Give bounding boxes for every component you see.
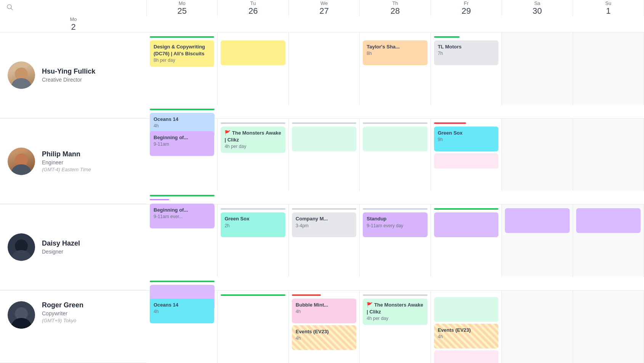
header-day-su1: Su 1 — [573, 0, 644, 16]
cell-daisy-su1 — [573, 204, 644, 277]
event-hsu-tlmotors[interactable]: TL Motors 7h — [434, 40, 498, 65]
event-roger-pink-fr[interactable] — [434, 350, 498, 363]
person-details-roger: Roger Green Copywriter (GMT+9) Tokyo — [42, 301, 83, 323]
cell-hsu-we27 — [289, 32, 360, 105]
avail-bar-green-short — [434, 36, 460, 38]
cell-hsu-fr29: TL Motors 7h — [431, 32, 502, 105]
header-day-mo25: Mo 25 — [147, 0, 218, 16]
cell-philip-su1 — [573, 119, 644, 191]
event-hsu-dc76[interactable]: Design & Copywriting (DC76) | Ali's Bisc… — [150, 40, 214, 67]
avail-bar-green2 — [150, 109, 215, 110]
grid-row-daisy: Green Sox 2h Company M... 3-4pm — [147, 204, 644, 290]
avail-bar-p-green2 — [150, 195, 215, 196]
prefix-bar-purple2 — [150, 199, 169, 200]
cell-daisy-we27: Company M... 3-4pm — [289, 204, 360, 277]
header-day-th28: Th 28 — [360, 0, 431, 16]
avail-bar-r-red — [292, 294, 321, 296]
person-details-hsu: Hsu-Ying Fullick Creative Director — [42, 67, 95, 83]
cell-philip-fr29: Green Sox 9h — [431, 119, 502, 191]
avail-bar-d-gray — [221, 208, 285, 210]
avail-bar-p-gray3 — [363, 122, 427, 124]
event-daisy-companym[interactable]: Company M... 3-4pm — [292, 212, 356, 237]
header-day-mo2: Mo 2 — [0, 16, 147, 32]
header-day-tu26: Tu 26 — [218, 0, 288, 16]
avail-bar-none3 — [363, 36, 427, 38]
avail-bar-d-green2 — [434, 208, 498, 210]
avail-bar-d-green3 — [150, 281, 215, 282]
event-hsu-taylors[interactable]: Taylor's Sha... 8h — [363, 40, 427, 65]
event-philip-beginning[interactable]: Beginning of... 9-11am — [150, 131, 214, 156]
person-row-hsu: Hsu-Ying Fullick Creative Director Desig… — [0, 32, 644, 119]
avail-bar-d-gray3 — [363, 208, 427, 210]
event-philip-beginning2[interactable]: Beginning of... 9-11am ever... — [150, 204, 215, 228]
person-info-daisy: Daisy Hazel Designer — [0, 204, 147, 290]
cell-roger-th28: 🚩 The Monsters Awake | Clikz 4h per day — [360, 291, 431, 363]
event-philip-monsters-cont[interactable] — [292, 127, 356, 151]
cell-roger-su1 — [573, 291, 644, 363]
event-daisy-standup-cont[interactable] — [434, 212, 498, 237]
cell-daisy-tu26: Green Sox 2h — [218, 204, 288, 277]
person-info-roger: Roger Green Copywriter (GMT+9) Tokyo — [0, 291, 147, 363]
avatar-roger — [8, 301, 35, 329]
cell-hsu-mo25: Design & Copywriting (DC76) | Ali's Bisc… — [147, 32, 218, 105]
cell-philip-we27 — [289, 119, 360, 191]
person-row-philip: Philip Mann Engineer (GMT-4) Eastern Tim… — [0, 119, 644, 205]
event-roger-monsters[interactable]: 🚩 The Monsters Awake | Clikz 4h per day — [363, 299, 427, 325]
cell-hsu-sa30 — [502, 32, 573, 105]
grid-row-hsu: Design & Copywriting (DC76) | Ali's Bisc… — [147, 32, 644, 118]
svg-line-1 — [11, 8, 13, 10]
avatar-philip — [8, 148, 35, 175]
cell-hsu-tu26 — [218, 32, 288, 105]
avail-bar-none2 — [292, 36, 356, 38]
event-philip-pink[interactable] — [434, 153, 498, 169]
avatar-daisy — [8, 233, 35, 261]
cell-philip-sa30 — [502, 119, 573, 191]
event-roger-ev23-fr[interactable]: Events (EV23) 4h — [434, 324, 498, 349]
event-roger-monsters-cont[interactable] — [434, 297, 498, 322]
person-info-hsu: Hsu-Ying Fullick Creative Director — [0, 32, 147, 118]
header-day-fr29: Fr 29 — [431, 0, 502, 16]
avail-bar-none — [221, 36, 285, 38]
cell-roger-tu26 — [218, 291, 288, 363]
cell-daisy-sa30 — [502, 204, 573, 277]
event-philip-monsters[interactable]: 🚩 The Monsters Awake | Clikz 4h per day — [221, 127, 285, 153]
avail-bar-d-gray2 — [292, 208, 356, 210]
cell-daisy-th28: Standup 9-11am every day — [360, 204, 431, 277]
header-row: Mo 25 Tu 26 We 27 Th 28 Fr 29 Sa 30 Su 1… — [0, 0, 644, 32]
event-daisy-greensox[interactable]: Green Sox 2h — [221, 212, 285, 237]
cell-roger-sa30 — [502, 291, 573, 363]
event-philip-monsters-cont2[interactable] — [363, 127, 427, 151]
event-daisy-standup-cont3[interactable] — [576, 208, 641, 233]
cell-philip-tu26: 🚩 The Monsters Awake | Clikz 4h per day — [218, 119, 288, 191]
event-roger-bubblemint[interactable]: Bubble Mint... 4h — [292, 299, 356, 323]
cell-daisy-fr29 — [431, 204, 502, 277]
avail-bar-green — [150, 36, 214, 38]
header-day-we27: We 27 — [289, 0, 360, 16]
grid-row-philip: Beginning of... 9-11am 🚩 The Monsters Aw… — [147, 119, 644, 204]
search-icon[interactable] — [6, 3, 14, 13]
event-roger-oceans14[interactable]: Oceans 14 4h — [150, 299, 214, 323]
cell-roger-fr29: Events (EV23) 4h — [431, 291, 502, 363]
cell-roger-mo25: Oceans 14 4h — [147, 291, 218, 363]
header-left — [0, 0, 147, 16]
header-day-sa30: Sa 30 — [502, 0, 573, 16]
avail-bar-p-gray2 — [292, 122, 356, 124]
cell-philip-th28 — [360, 119, 431, 191]
event-hsu-dc76-cont[interactable] — [221, 40, 285, 65]
avail-bar-r-green — [221, 294, 285, 296]
person-row-roger: Roger Green Copywriter (GMT+9) Tokyo Oce… — [0, 291, 644, 363]
person-details-daisy: Daisy Hazel Designer — [42, 239, 80, 255]
person-info-philip: Philip Mann Engineer (GMT-4) Eastern Tim… — [0, 119, 147, 204]
cell-hsu-th28: Taylor's Sha... 8h — [360, 32, 431, 105]
person-details-philip: Philip Mann Engineer (GMT-4) Eastern Tim… — [42, 150, 91, 172]
event-philip-greensox[interactable]: Green Sox 9h — [434, 127, 498, 151]
event-roger-ev23-we[interactable]: Events (EV23) 4h — [292, 325, 356, 350]
person-row-daisy: Daisy Hazel Designer Green Sox 2h — [0, 204, 644, 291]
event-daisy-standup-cont2[interactable] — [505, 208, 569, 233]
cell-hsu-su1 — [573, 32, 644, 105]
grid-row-roger: Oceans 14 4h Bubble Mint... 4h E — [147, 291, 644, 363]
avail-bar-r-gray — [363, 294, 427, 296]
event-daisy-standup[interactable]: Standup 9-11am every day — [363, 212, 427, 237]
avatar-hsu — [8, 61, 35, 89]
avail-bar-p-gray — [221, 122, 285, 124]
